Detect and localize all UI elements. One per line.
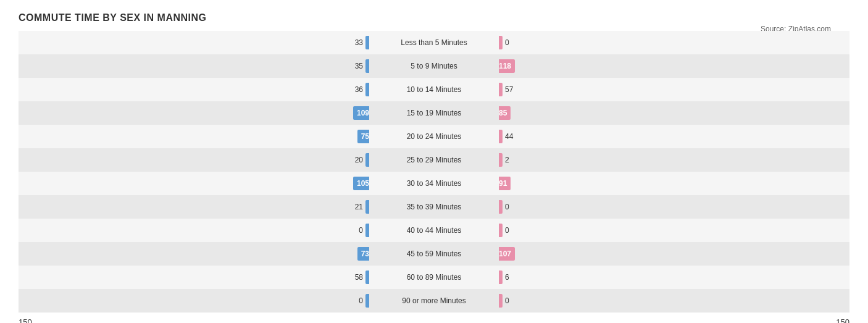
female-value: 85 — [499, 109, 507, 117]
male-value: 109 — [357, 109, 369, 117]
female-value: 0 — [505, 203, 509, 211]
bar-male: 36 — [365, 83, 369, 96]
male-value: 35 — [355, 62, 363, 70]
bar-female: 6 — [499, 271, 503, 284]
male-value: 33 — [355, 38, 363, 47]
center-label: 90 or more Minutes — [402, 296, 465, 305]
center-label: 20 to 24 Minutes — [407, 132, 462, 141]
bar-female: 57 — [499, 83, 503, 96]
bars-container: 0 40 to 44 Minutes 0 — [19, 219, 849, 242]
center-label: 60 to 89 Minutes — [407, 273, 462, 282]
male-value: 73 — [361, 250, 369, 258]
bar-male: 75 — [357, 130, 369, 143]
female-value: 44 — [505, 132, 513, 141]
bar-female: 44 — [499, 130, 503, 143]
bar-male: 21 — [365, 200, 369, 214]
chart-row: 75 20 to 24 Minutes 44 — [19, 125, 849, 148]
bars-container: 0 90 or more Minutes 0 — [19, 289, 849, 313]
center-label: 30 to 34 Minutes — [407, 179, 462, 188]
bar-male: 73 — [357, 247, 369, 261]
bar-female: 0 — [499, 294, 503, 308]
male-value: 0 — [359, 296, 363, 305]
bars-container: 36 10 to 14 Minutes 57 — [19, 78, 849, 101]
bar-male: 0 — [365, 294, 369, 308]
female-value: 107 — [499, 250, 511, 258]
bars-container: 58 60 to 89 Minutes 6 — [19, 266, 849, 289]
female-value: 6 — [505, 273, 509, 282]
bar-male: 33 — [365, 36, 369, 49]
bar-male: 109 — [353, 106, 369, 120]
center-label: 35 to 39 Minutes — [407, 203, 462, 211]
axis-left: 150 — [19, 317, 32, 323]
chart-title: COMMUTE TIME BY SEX IN MANNING — [19, 12, 849, 23]
male-value: 21 — [355, 203, 363, 211]
chart-row: 20 25 to 29 Minutes 2 — [19, 148, 849, 172]
male-value: 58 — [355, 273, 363, 282]
bars-container: 20 25 to 29 Minutes 2 — [19, 148, 849, 172]
female-value: 118 — [499, 62, 511, 70]
bar-male: 0 — [365, 224, 369, 237]
female-value: 91 — [499, 179, 507, 188]
male-value: 105 — [357, 179, 369, 188]
center-label: 40 to 44 Minutes — [407, 226, 462, 235]
bar-female: 2 — [499, 153, 503, 167]
male-value: 20 — [355, 156, 363, 164]
axis-right: 150 — [836, 317, 849, 323]
bar-female: 0 — [499, 200, 503, 214]
bars-container: 33 Less than 5 Minutes 0 — [19, 31, 849, 54]
bars-container: 21 35 to 39 Minutes 0 — [19, 195, 849, 219]
chart-area: 33 Less than 5 Minutes 0 35 5 to 9 Minut… — [19, 31, 849, 313]
bars-container: 73 45 to 59 Minutes 107 — [19, 242, 849, 266]
center-label: 25 to 29 Minutes — [407, 156, 462, 164]
male-value: 36 — [355, 85, 363, 94]
female-value: 0 — [505, 226, 509, 235]
chart-row: 73 45 to 59 Minutes 107 — [19, 242, 849, 266]
bar-female: 118 — [499, 59, 515, 73]
bar-female: 85 — [499, 106, 511, 120]
center-label: Less than 5 Minutes — [401, 38, 467, 47]
bar-male: 105 — [353, 177, 369, 190]
chart-row: 109 15 to 19 Minutes 85 — [19, 101, 849, 125]
chart-row: 0 40 to 44 Minutes 0 — [19, 219, 849, 242]
chart-row: 0 90 or more Minutes 0 — [19, 289, 849, 313]
bar-male: 35 — [365, 59, 369, 73]
bar-female: 91 — [499, 177, 511, 190]
bar-female: 107 — [499, 247, 515, 261]
bar-female: 0 — [499, 224, 503, 237]
chart-row: 105 30 to 34 Minutes 91 — [19, 172, 849, 195]
center-label: 5 to 9 Minutes — [411, 62, 457, 70]
female-value: 0 — [505, 38, 509, 47]
center-label: 10 to 14 Minutes — [407, 85, 462, 94]
center-label: 15 to 19 Minutes — [407, 109, 462, 117]
chart-row: 58 60 to 89 Minutes 6 — [19, 266, 849, 289]
female-value: 0 — [505, 296, 509, 305]
female-value: 2 — [505, 156, 509, 164]
chart-row: 36 10 to 14 Minutes 57 — [19, 78, 849, 101]
bars-container: 105 30 to 34 Minutes 91 — [19, 172, 849, 195]
male-value: 0 — [359, 226, 363, 235]
bar-female: 0 — [499, 36, 503, 49]
bars-container: 109 15 to 19 Minutes 85 — [19, 101, 849, 125]
center-label: 45 to 59 Minutes — [407, 250, 462, 258]
female-value: 57 — [505, 85, 513, 94]
bars-container: 75 20 to 24 Minutes 44 — [19, 125, 849, 148]
male-value: 75 — [361, 132, 369, 141]
chart-row: 33 Less than 5 Minutes 0 — [19, 31, 849, 54]
bar-male: 20 — [365, 153, 369, 167]
bar-male: 58 — [365, 271, 369, 284]
chart-row: 35 5 to 9 Minutes 118 — [19, 54, 849, 78]
axis-row: 150 150 — [19, 317, 849, 323]
bars-container: 35 5 to 9 Minutes 118 — [19, 54, 849, 78]
chart-row: 21 35 to 39 Minutes 0 — [19, 195, 849, 219]
